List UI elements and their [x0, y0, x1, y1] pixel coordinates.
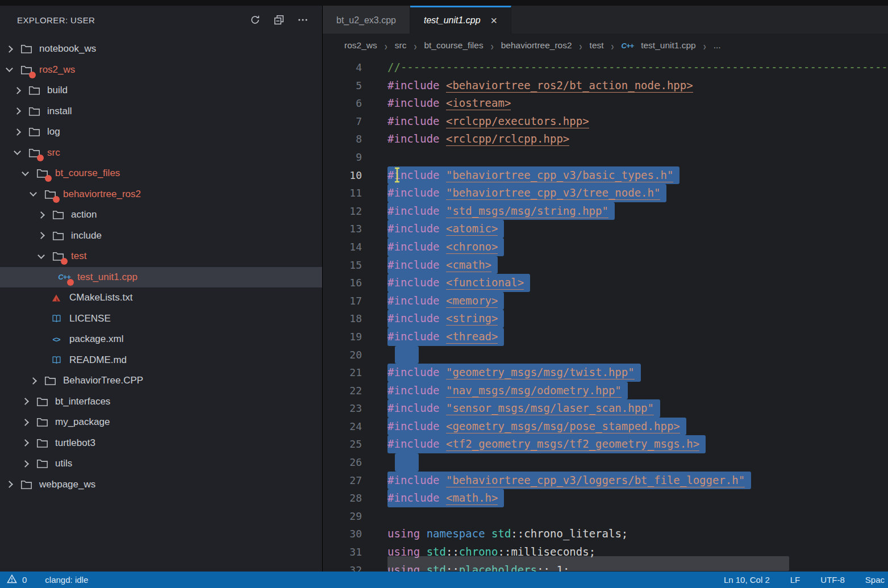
code-line-21[interactable]: 21#include "geometry_msgs/msg/twist.hpp" [323, 364, 888, 382]
tree-item-my_package[interactable]: my_package [0, 412, 322, 433]
line-number[interactable]: 31 [323, 543, 362, 561]
cursor-position[interactable]: Ln 10, Col 2 [724, 575, 770, 585]
code-line-4[interactable]: 4//-------------------------------------… [323, 59, 888, 77]
tree-item-BehaviorTree.CPP[interactable]: BehaviorTree.CPP [0, 370, 322, 391]
code-line-28[interactable]: 28#include <math.h> [323, 489, 888, 507]
code-line-13[interactable]: 13#include <atomic> [323, 220, 888, 238]
code-line-23[interactable]: 23#include "sensor_msgs/msg/laser_scan.h… [323, 399, 888, 418]
breadcrumb-item[interactable]: test [590, 40, 604, 51]
close-tab-icon[interactable]: × [491, 15, 498, 26]
clangd-status[interactable]: clangd: idle [45, 575, 88, 585]
code-line-29[interactable]: 29 [323, 507, 888, 526]
line-number[interactable]: 15 [323, 256, 362, 274]
code-line-27[interactable]: 27#include "behaviortree_cpp_v3/loggers/… [323, 472, 888, 490]
tree-item-notebook_ws[interactable]: notebook_ws [0, 39, 322, 60]
code-line-12[interactable]: 12#include "std_msgs/msg/string.hpp" [323, 202, 888, 220]
line-number[interactable]: 23 [323, 399, 362, 418]
code-editor[interactable]: 4//-------------------------------------… [323, 57, 888, 572]
code-line-16[interactable]: 16#include <functional> [323, 274, 888, 292]
eol-indicator[interactable]: LF [790, 575, 801, 585]
tree-item-action[interactable]: action [0, 205, 322, 226]
line-number[interactable]: 25 [323, 435, 362, 453]
code-line-17[interactable]: 17#include <memory> [323, 292, 888, 310]
code-line-9[interactable]: 9 [323, 148, 888, 166]
tree-item-webpage_ws[interactable]: webpage_ws [0, 474, 322, 495]
line-number[interactable]: 18 [323, 310, 362, 328]
code-line-20[interactable]: 20 [323, 346, 888, 364]
code-line-18[interactable]: 18#include <string> [323, 310, 888, 328]
tree-item-package.xml[interactable]: <>package.xml [0, 329, 322, 350]
tree-item-ros2_ws[interactable]: ros2_ws [0, 60, 322, 81]
line-number[interactable]: 6 [323, 94, 362, 112]
code-line-11[interactable]: 11#include "behaviortree_cpp_v3/tree_nod… [323, 184, 888, 202]
line-number[interactable]: 16 [323, 274, 362, 292]
code-line-26[interactable]: 26 [323, 453, 888, 472]
line-number[interactable]: 28 [323, 489, 362, 507]
line-number[interactable]: 17 [323, 292, 362, 310]
breadcrumb-item[interactable]: bt_course_files [424, 40, 483, 51]
line-number[interactable]: 29 [323, 507, 362, 526]
line-number[interactable]: 9 [323, 148, 362, 166]
tree-item-bt_course_files[interactable]: bt_course_files [0, 163, 322, 184]
line-number[interactable]: 11 [323, 184, 362, 202]
code-line-30[interactable]: 30using namespace std::chrono_literals; [323, 525, 888, 543]
problems-status[interactable]: 0 clangd: idle [7, 574, 88, 585]
code-line-5[interactable]: 5#include <behaviortree_ros2/bt_action_n… [323, 77, 888, 95]
tab-test_unit1-cpp[interactable]: test_unit1.cpp × [410, 6, 511, 34]
tree-item-LICENSE[interactable]: LICENSE [0, 308, 322, 330]
encoding-indicator[interactable]: UTF-8 [820, 575, 845, 585]
refresh-explorer-button[interactable] [247, 12, 263, 28]
tree-item-test_unit1.cpp[interactable]: C++test_unit1.cpp [0, 267, 322, 288]
code-line-22[interactable]: 22#include "nav_msgs/msg/odometry.hpp" [323, 382, 888, 400]
line-number[interactable]: 22 [323, 382, 362, 400]
line-number[interactable]: 30 [323, 525, 362, 543]
line-number[interactable]: 13 [323, 220, 362, 238]
tree-item-test[interactable]: test [0, 246, 322, 267]
tree-item-behaviortree_ros2[interactable]: behaviortree_ros2 [0, 184, 322, 205]
tree-item-log[interactable]: log [0, 122, 322, 143]
line-number[interactable]: 20 [323, 346, 362, 364]
breadcrumb-item[interactable]: src [395, 40, 407, 51]
code-line-14[interactable]: 14#include <chrono> [323, 238, 888, 256]
breadcrumb-file[interactable]: test_unit1.cpp [641, 40, 696, 51]
line-number[interactable]: 21 [323, 364, 362, 382]
tab-bt_u2_ex3-cpp[interactable]: bt_u2_ex3.cpp [323, 6, 410, 34]
tree-item-src[interactable]: src [0, 143, 322, 164]
collapse-folders-button[interactable] [271, 12, 287, 28]
code-line-25[interactable]: 25#include <tf2_geometry_msgs/tf2_geomet… [323, 435, 888, 453]
breadcrumb-more[interactable]: ... [714, 40, 721, 51]
tree-item-install[interactable]: install [0, 101, 322, 122]
line-number[interactable]: 24 [323, 418, 362, 436]
code-line-10[interactable]: 10#include "behaviortree_cpp_v3/basic_ty… [323, 166, 888, 185]
line-number[interactable]: 14 [323, 238, 362, 256]
code-line-19[interactable]: 19#include <thread> [323, 328, 888, 346]
indent-indicator[interactable]: Spac [865, 575, 885, 585]
tree-item-bt_interfaces[interactable]: bt_interfaces [0, 391, 322, 412]
code-line-8[interactable]: 8#include <rclcpp/rclcpp.hpp> [323, 130, 888, 148]
tree-item-build[interactable]: build [0, 80, 322, 101]
line-number[interactable]: 5 [323, 77, 362, 95]
tree-item-CMakeLists.txt[interactable]: CMakeLists.txt [0, 287, 322, 308]
code-line-6[interactable]: 6#include <iostream> [323, 94, 888, 112]
tree-item-include[interactable]: include [0, 226, 322, 247]
horizontal-scrollbar[interactable] [387, 556, 789, 571]
line-number[interactable]: 26 [323, 453, 362, 472]
more-actions-button[interactable] [295, 12, 311, 28]
line-number[interactable]: 8 [323, 130, 362, 148]
code-line-7[interactable]: 7#include <rclcpp/executors.hpp> [323, 112, 888, 131]
code-line-15[interactable]: 15#include <cmath> [323, 256, 888, 274]
breadcrumb-item[interactable]: behaviortree_ros2 [501, 40, 572, 51]
tree-item-utils[interactable]: utils [0, 453, 322, 474]
line-number[interactable]: 19 [323, 328, 362, 346]
tree-item-README.md[interactable]: README.md [0, 350, 322, 371]
line-number[interactable]: 32 [323, 561, 362, 572]
tree-item-turtlebot3[interactable]: turtlebot3 [0, 433, 322, 454]
line-number[interactable]: 27 [323, 472, 362, 490]
code-line-24[interactable]: 24#include <geometry_msgs/msg/pose_stamp… [323, 418, 888, 436]
line-number[interactable]: 4 [323, 59, 362, 77]
code-token: #include [387, 79, 446, 91]
line-number[interactable]: 10 [323, 166, 362, 185]
breadcrumb-item[interactable]: ros2_ws [344, 40, 377, 51]
line-number[interactable]: 7 [323, 112, 362, 131]
line-number[interactable]: 12 [323, 202, 362, 220]
